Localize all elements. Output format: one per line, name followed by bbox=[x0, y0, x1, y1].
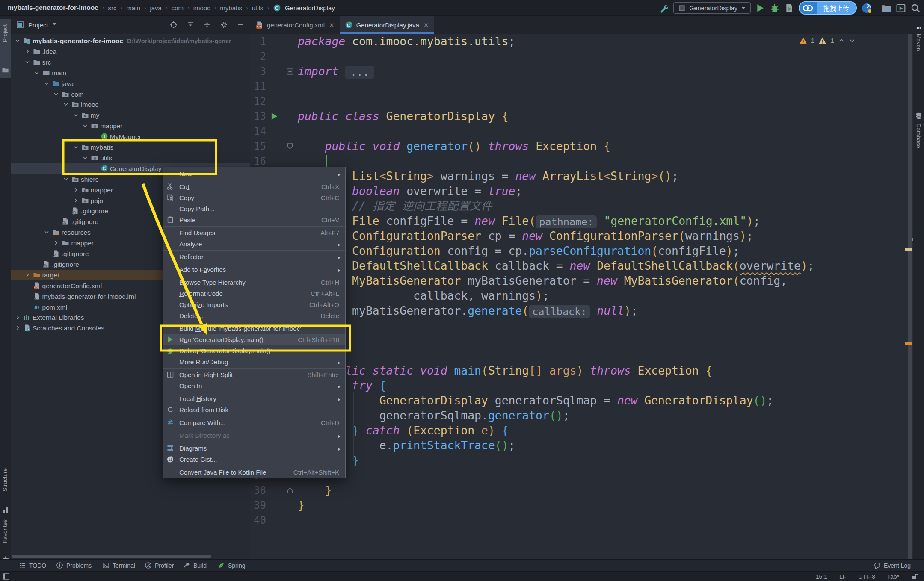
warning-stripe-mark-2[interactable] bbox=[905, 342, 912, 345]
menu-item-paste[interactable]: Paste Ctrl+V bbox=[163, 214, 345, 225]
build-wrench-icon[interactable] bbox=[659, 3, 669, 13]
tree-item-mybatis-generator-for-imooc[interactable]: mybatis-generator-for-imoocD:\Work\proje… bbox=[11, 35, 250, 46]
menu-item-open-in[interactable]: Open In bbox=[163, 380, 345, 391]
breadcrumb-segment[interactable]: utils bbox=[252, 4, 264, 12]
tree-chevron-icon[interactable] bbox=[24, 48, 31, 55]
menu-item-build-module-mybatis-generator-for-imooc-[interactable]: Build Module 'mybatis-generator-for-imoo… bbox=[163, 323, 345, 334]
code-line-38[interactable]: 38 } bbox=[250, 483, 913, 498]
toolwindow-toggle-icon[interactable] bbox=[3, 573, 11, 581]
code-line-26[interactable]: 26 myBatisGenerator.generate(callback: n… bbox=[250, 304, 913, 319]
run-button[interactable] bbox=[755, 3, 765, 13]
code-line-39[interactable]: 39} bbox=[250, 498, 913, 513]
menu-item-local-history[interactable]: Local History bbox=[163, 393, 345, 404]
toolwindow-button-problems[interactable]: Problems bbox=[56, 562, 92, 569]
warning-stripe-mark[interactable] bbox=[905, 248, 912, 251]
inspections-widget[interactable]: 1 1 bbox=[799, 37, 856, 44]
code-line-17[interactable]: 17 List<String> warnings = new ArrayList… bbox=[250, 169, 913, 184]
code-line-27[interactable]: 27 bbox=[250, 319, 913, 333]
code-line-20[interactable]: 20 File configFile = new File(pathname: … bbox=[250, 214, 913, 229]
tree-chevron-icon[interactable] bbox=[14, 324, 21, 331]
tree-item-com[interactable]: com bbox=[11, 89, 250, 100]
code-editor[interactable]: 1package com.imooc.mybatis.utils;23impor… bbox=[250, 34, 913, 559]
code-line-35[interactable]: 35 e.printStackTrace(); bbox=[250, 438, 913, 453]
stripe-maven-label[interactable]: Maven bbox=[915, 34, 922, 51]
menu-item-new[interactable]: New bbox=[163, 168, 345, 179]
tree-chevron-icon[interactable] bbox=[14, 314, 21, 321]
close-tab-icon[interactable]: ✕ bbox=[424, 21, 429, 29]
tree-item-imooc[interactable]: imooc bbox=[11, 99, 250, 110]
code-line-13[interactable]: 13public class GeneratorDisplay { bbox=[250, 109, 913, 124]
run-anything-icon[interactable] bbox=[896, 3, 906, 13]
close-tab-icon[interactable]: ✕ bbox=[329, 21, 335, 29]
locate-button[interactable] bbox=[170, 21, 178, 29]
tree-chevron-icon[interactable] bbox=[82, 154, 89, 161]
tree-item-mapper[interactable]: mapper bbox=[11, 121, 250, 131]
tree-chevron-icon[interactable] bbox=[24, 271, 31, 278]
tree-item--idea[interactable]: .idea bbox=[11, 46, 250, 57]
stripe-favorites-label[interactable]: Favorites bbox=[2, 519, 8, 543]
menu-item-more-run-debug[interactable]: More Run/Debug bbox=[163, 356, 345, 367]
tree-item-java[interactable]: java bbox=[11, 78, 250, 89]
menu-item-analyze[interactable]: Analyze bbox=[163, 238, 345, 249]
fold-close-icon[interactable] bbox=[286, 487, 294, 496]
code-line-14[interactable]: 14 bbox=[250, 124, 913, 139]
breadcrumb-segment[interactable]: mybatis bbox=[220, 4, 242, 12]
breadcrumb-segment[interactable]: com bbox=[172, 4, 184, 12]
code-line-29[interactable]: 29 bbox=[250, 348, 913, 363]
project-structure-icon[interactable] bbox=[881, 3, 891, 13]
horizontal-scrollbar[interactable] bbox=[12, 555, 211, 558]
breadcrumb-segment[interactable]: src bbox=[108, 4, 117, 12]
debug-button[interactable] bbox=[770, 3, 780, 13]
menu-item-compare-with-[interactable]: Compare With... Ctrl+D bbox=[163, 417, 345, 428]
tree-chevron-icon[interactable] bbox=[33, 69, 40, 76]
editor-tab-0[interactable]: <> generatorConfig.xml ✕ bbox=[250, 16, 340, 34]
event-log-button[interactable]: Event Log bbox=[874, 562, 911, 569]
code-line-36[interactable]: 36 } bbox=[250, 453, 913, 468]
tree-item-mybatis[interactable]: mybatis bbox=[11, 142, 250, 153]
menu-item-reformat-code[interactable]: Reformat Code Ctrl+Alt+L bbox=[163, 288, 345, 299]
fold-open-icon[interactable] bbox=[286, 142, 294, 152]
tree-chevron-icon[interactable] bbox=[72, 112, 79, 118]
code-line-15[interactable]: 15 public void generator() throws Except… bbox=[250, 139, 913, 154]
editor-scrollbar[interactable] bbox=[908, 34, 912, 559]
code-line-18[interactable]: 18 boolean overwrite = true; bbox=[250, 184, 913, 199]
menu-item-refactor[interactable]: Refactor bbox=[163, 251, 345, 262]
menu-item-convert-java-file-to-kotlin-file[interactable]: Convert Java File to Kotlin File Ctrl+Al… bbox=[163, 466, 345, 478]
line-ending[interactable]: LF bbox=[839, 573, 846, 580]
tree-chevron-icon[interactable] bbox=[62, 101, 69, 108]
code-line-23[interactable]: 23 DefaultShellCallback callback = new D… bbox=[250, 259, 913, 274]
breadcrumb-segment[interactable]: java bbox=[150, 4, 162, 12]
code-line-33[interactable]: 33 generatorSqlmap.generator(); bbox=[250, 408, 913, 423]
next-warning-icon[interactable] bbox=[849, 37, 856, 44]
code-line-3[interactable]: 3import ... bbox=[250, 64, 913, 79]
code-line-34[interactable]: 34 } catch (Exception e) { bbox=[250, 423, 913, 438]
code-line-11[interactable]: 11 bbox=[250, 79, 913, 94]
editor-tab-1[interactable]: C GeneratorDisplay.java ✕ bbox=[340, 16, 434, 34]
hide-panel-button[interactable] bbox=[237, 21, 244, 29]
menu-item-reload-from-disk[interactable]: Reload from Disk bbox=[163, 404, 345, 415]
menu-item-run-generatordisplay-main-[interactable]: Run 'GeneratorDisplay.main()' Ctrl+Shift… bbox=[163, 334, 345, 345]
toolwindow-button-build[interactable]: Build bbox=[183, 562, 207, 569]
chevron-down-icon[interactable] bbox=[48, 21, 57, 29]
menu-item-open-in-right-split[interactable]: Open in Right Split Shift+Enter bbox=[163, 369, 345, 380]
tree-chevron-icon[interactable] bbox=[62, 176, 69, 183]
breadcrumb-segment[interactable]: main bbox=[126, 4, 140, 12]
menu-item-debug-generatordisplay-main-[interactable]: Debug 'GeneratorDisplay.main()' bbox=[163, 345, 345, 356]
file-encoding[interactable]: UTF-8 bbox=[858, 573, 875, 580]
tree-chevron-icon[interactable] bbox=[53, 91, 59, 97]
coverage-button[interactable] bbox=[784, 3, 794, 13]
tree-chevron-icon[interactable] bbox=[14, 37, 21, 44]
breadcrumb-file[interactable]: GeneratorDisplay bbox=[285, 4, 335, 12]
menu-item-diagrams[interactable]: Diagrams bbox=[163, 442, 345, 454]
toolwindow-button-todo[interactable]: TODO bbox=[19, 562, 46, 569]
fold-expand-icon[interactable] bbox=[287, 68, 293, 77]
code-line-37[interactable]: 37 bbox=[250, 468, 913, 483]
tree-item-src[interactable]: src bbox=[11, 57, 250, 68]
breadcrumb[interactable]: mybatis-generator-for-imooc›src›main›jav… bbox=[0, 4, 335, 12]
code-line-25[interactable]: 25 callback, warnings); bbox=[250, 289, 913, 304]
menu-item-optimize-imports[interactable]: Optimize Imports Ctrl+Alt+O bbox=[163, 299, 345, 310]
toolwindow-button-profiler[interactable]: Profiler bbox=[145, 562, 174, 569]
menu-item-browse-type-hierarchy[interactable]: Browse Type Hierarchy Ctrl+H bbox=[163, 277, 345, 288]
breadcrumb-segment[interactable]: imooc bbox=[193, 4, 210, 12]
code-line-30[interactable]: 30 public static void main(String[] args… bbox=[250, 363, 913, 378]
